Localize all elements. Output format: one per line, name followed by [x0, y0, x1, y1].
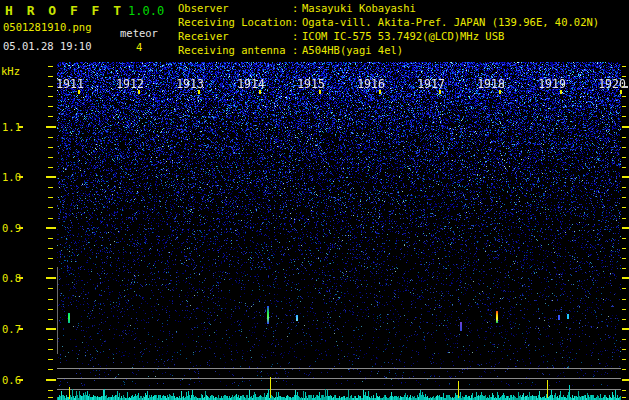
right-freq-tick [622, 277, 629, 279]
left-freq-tick [46, 227, 56, 229]
time-label: 1913 [175, 78, 205, 90]
left-freq-tick [46, 176, 56, 178]
meteor-echo [460, 322, 462, 331]
freq-label-dash [19, 176, 23, 178]
station-info-row: Receiving Location:Ogata-vill. Akita-Pre… [178, 16, 599, 30]
left-freq-tick [48, 218, 53, 219]
right-freq-tick [622, 207, 626, 208]
info-label: Receiving antenna [178, 44, 292, 56]
time-label: 1919 [537, 78, 567, 90]
right-freq-tick [622, 268, 626, 269]
datetime-label: 05.01.28 19:10 [3, 40, 92, 52]
time-tick [198, 90, 200, 94]
left-freq-tick [48, 96, 53, 97]
info-separator: : [292, 30, 302, 42]
right-freq-tick [622, 66, 626, 67]
right-freq-tick [622, 379, 629, 381]
right-freq-tick [622, 197, 626, 198]
right-freq-tick [622, 157, 626, 158]
right-freq-tick [622, 238, 626, 239]
info-value: ICOM IC-575 53.7492(@LCD)MHz USB [302, 30, 504, 42]
time-tick [499, 90, 501, 94]
left-freq-tick [48, 397, 53, 398]
left-freq-tick [48, 339, 53, 340]
info-label: Receiver [178, 30, 292, 42]
freq-label-dash [19, 379, 23, 381]
right-freq-tick [622, 369, 626, 370]
right-freq-tick [622, 106, 626, 107]
left-freq-tick [48, 207, 53, 208]
left-freq-tick [48, 299, 53, 300]
info-value: Masayuki Kobayashi [302, 2, 416, 14]
meteor-count: 4 [136, 41, 142, 53]
left-freq-tick [48, 248, 53, 249]
time-tick [259, 90, 261, 94]
time-label: 1917 [416, 78, 446, 90]
left-freq-tick [48, 137, 53, 138]
station-info-row: Observer:Masayuki Kobayashi [178, 2, 599, 16]
left-freq-tick [48, 349, 53, 350]
time-label: 1911 [55, 78, 85, 90]
time-tick [319, 90, 321, 94]
left-freq-tick [48, 116, 53, 117]
station-info-row: Receiver:ICOM IC-575 53.7492(@LCD)MHz US… [178, 30, 599, 44]
time-tick [138, 90, 140, 94]
right-freq-tick [622, 167, 626, 168]
meteor-echo [68, 313, 70, 323]
left-freq-tick [46, 379, 56, 381]
time-label: 1915 [296, 78, 326, 90]
signal-trace-canvas [57, 382, 621, 400]
right-freq-tick [622, 309, 626, 310]
info-separator: : [292, 44, 302, 56]
right-freq-tick [622, 147, 626, 148]
time-tick [379, 90, 381, 94]
time-axis-end-tick [623, 86, 628, 88]
info-value: A504HB(yagi 4el) [302, 44, 403, 56]
meteor-echo [296, 315, 298, 321]
left-freq-tick [48, 268, 53, 269]
left-freq-tick [48, 66, 53, 67]
right-freq-tick [622, 137, 626, 138]
left-freq-tick [48, 309, 53, 310]
left-freq-tick [48, 369, 53, 370]
right-freq-tick [622, 258, 626, 259]
left-freq-tick [48, 187, 53, 188]
right-freq-tick [622, 339, 626, 340]
hrofft-window: H R O F F T 1.0.0 0501281910.png meteor … [0, 0, 629, 400]
meteor-echo [496, 311, 498, 323]
right-freq-tick [622, 328, 629, 330]
time-tick [560, 90, 562, 94]
time-label: 1912 [115, 78, 145, 90]
meteor-echo [267, 306, 269, 324]
meteor-event-marker [270, 377, 271, 398]
meteor-echo [558, 315, 560, 320]
left-freq-tick [48, 197, 53, 198]
right-freq-tick [622, 116, 626, 117]
left-freq-tick [46, 126, 56, 128]
time-label: 1920 [597, 78, 627, 90]
info-label: Receiving Location [178, 16, 292, 28]
right-freq-tick [622, 176, 629, 178]
left-freq-tick [48, 390, 53, 391]
spectrogram-canvas [57, 62, 621, 386]
output-filename: 0501281910.png [3, 21, 92, 33]
spectrogram-left-border [57, 267, 58, 354]
left-freq-tick [48, 147, 53, 148]
left-freq-tick [48, 359, 53, 360]
right-freq-tick [622, 319, 626, 320]
time-tick [78, 90, 80, 94]
info-value: Ogata-vill. Akita-Pref. JAPAN (139.96E, … [302, 16, 599, 28]
mode-label: meteor [120, 27, 158, 39]
left-freq-tick [48, 106, 53, 107]
app-version: 1.0.0 [128, 4, 164, 18]
time-label: 1918 [476, 78, 506, 90]
meteor-event-marker [69, 387, 70, 399]
right-freq-tick [622, 218, 626, 219]
left-freq-tick [48, 288, 53, 289]
right-freq-tick [622, 288, 626, 289]
right-freq-tick [622, 227, 629, 229]
left-freq-tick [48, 157, 53, 158]
app-logo: H R O F F T [5, 3, 124, 18]
right-freq-tick [622, 187, 626, 188]
reference-line [57, 368, 621, 369]
